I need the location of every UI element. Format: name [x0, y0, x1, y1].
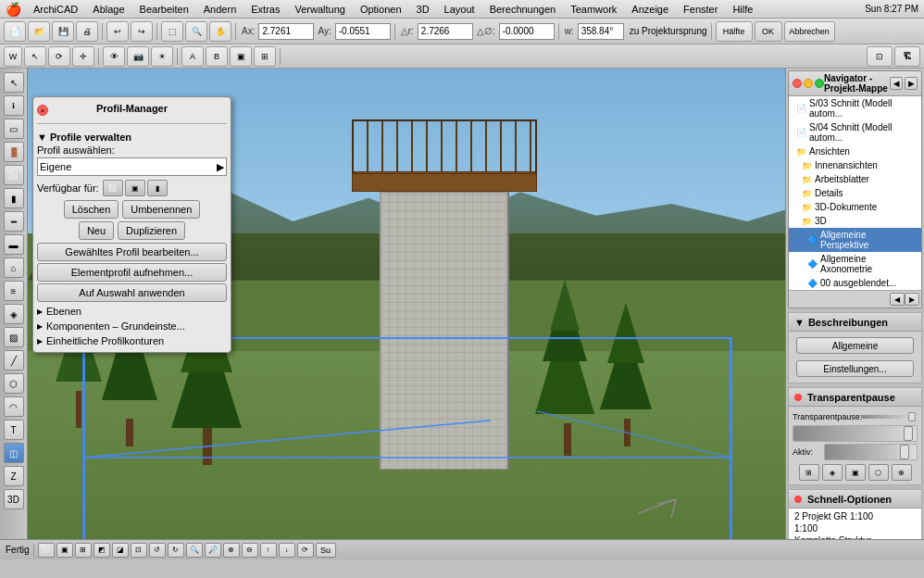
lt-line[interactable]: ╱	[4, 350, 24, 371]
tb2-move[interactable]: ✛	[72, 46, 94, 67]
w-field[interactable]: 358.84°	[578, 23, 624, 40]
nav-item-0[interactable]: 📄 S/03 Schnitt (Modell autom...	[789, 96, 921, 120]
tb2-eye[interactable]: 👁	[103, 46, 125, 67]
beschreibungen-header[interactable]: ▼ Beschreibungen	[789, 313, 921, 332]
bb-5[interactable]: ◪	[112, 543, 129, 558]
schnell-optionen-header[interactable]: Schnell-Optionen	[789, 490, 921, 509]
element-profile-btn[interactable]: Elementprofil aufnehmen...	[37, 263, 227, 282]
nav-item-innen[interactable]: 📁 Innenansichten	[789, 158, 921, 172]
bb-8[interactable]: ↻	[168, 543, 184, 558]
tb-zoom[interactable]: 🔍	[185, 21, 207, 42]
menu-berechnungen[interactable]: Berechnungen	[483, 2, 563, 17]
nav-item-arbeit[interactable]: 📁 Arbeitsblatter	[789, 172, 921, 186]
ax-field[interactable]: 2.7261	[258, 23, 314, 40]
lt-slab[interactable]: ▬	[4, 234, 24, 255]
tb-undo[interactable]: ↩	[106, 21, 129, 42]
lt-beam[interactable]: ━	[4, 211, 24, 232]
duplicate-btn[interactable]: Duplizieren	[118, 221, 185, 240]
nav-item-details[interactable]: 📁 Details	[789, 186, 921, 200]
menu-layout[interactable]: Layout	[438, 2, 481, 17]
icon-section[interactable]: ▣	[125, 180, 145, 196]
tb-print[interactable]: 🖨	[76, 21, 98, 42]
bb-4[interactable]: ◩	[94, 543, 110, 558]
tb2-d[interactable]: ⊞	[254, 46, 276, 67]
nav-prev[interactable]: ◀	[890, 77, 903, 90]
lt-text[interactable]: T	[4, 420, 24, 440]
tb-redo[interactable]: ↪	[131, 21, 153, 42]
tb2-a[interactable]: A	[181, 46, 204, 67]
nav-item-1[interactable]: 📄 S/04 Schnitt (Modell autom...	[789, 120, 921, 144]
edit-profile-btn[interactable]: Gewähltes Profil bearbeiten...	[37, 243, 227, 261]
menu-anzeige[interactable]: Anzeige	[625, 2, 675, 17]
lt-arc[interactable]: ◠	[4, 396, 24, 417]
bb-13[interactable]: ↑	[260, 543, 277, 558]
bb-10[interactable]: 🔎	[205, 543, 221, 558]
apple-menu[interactable]: 🍎	[6, 2, 21, 17]
menu-fenster[interactable]: Fenster	[677, 2, 724, 17]
tp-slider-2[interactable]	[793, 425, 918, 442]
lt-column[interactable]: ▮	[4, 188, 24, 208]
menu-ablage[interactable]: Ablage	[86, 2, 131, 17]
menu-hilfe[interactable]: Hilfe	[726, 2, 759, 17]
einheitliche-row[interactable]: ▶ Einheitliche Profilkonturen	[37, 333, 227, 348]
lt-zone[interactable]: Z	[4, 466, 24, 486]
dphi-field[interactable]: -0.0000	[499, 23, 555, 40]
profile-select[interactable]: Eigene ▶	[37, 157, 227, 176]
tp-icon-1[interactable]: ⊞	[799, 464, 819, 481]
nav-item-axono[interactable]: 🔷 Allgemeine Axonometrie	[789, 252, 921, 276]
lt-3d[interactable]: 3D	[4, 489, 24, 509]
nav-next[interactable]: ▶	[905, 77, 918, 90]
allgemeine-btn[interactable]: Allgemeine	[796, 337, 914, 354]
nav-item-3ddok[interactable]: 📁 3D-Dokumente	[789, 200, 921, 214]
tp-icon-3[interactable]: ▣	[845, 464, 866, 481]
tb2-layers[interactable]: ⊡	[867, 46, 893, 67]
tb-select[interactable]: ⬚	[161, 21, 183, 42]
icon-elev[interactable]: ▮	[147, 180, 168, 196]
tb2-cam[interactable]: 📷	[127, 46, 149, 67]
menu-archicad[interactable]: ArchiCAD	[27, 2, 84, 17]
new-btn[interactable]: Neu	[79, 221, 114, 240]
tp-icon-4[interactable]: ⬡	[868, 464, 889, 481]
bb-3[interactable]: ⊞	[75, 543, 92, 558]
tb-open[interactable]: 📂	[28, 21, 50, 42]
nav-scroll-left[interactable]: ◀	[890, 293, 905, 306]
nav-scroll-right[interactable]: ▶	[905, 293, 919, 306]
lt-poly[interactable]: ⬡	[4, 373, 24, 394]
bb-15[interactable]: ⟳	[297, 543, 314, 558]
tb2-c[interactable]: ▣	[230, 46, 252, 67]
abbrechen-btn[interactable]: Abbrechen	[784, 21, 835, 42]
so-item-1[interactable]: 1:100	[791, 522, 919, 534]
transparentpause-header[interactable]: Transparentpause	[789, 388, 921, 407]
menu-teamwork[interactable]: Teamwork	[564, 2, 623, 17]
tb2-b[interactable]: B	[206, 46, 228, 67]
bb-2[interactable]: ▣	[56, 543, 73, 558]
rename-btn[interactable]: Umbenennen	[122, 200, 200, 219]
panel-close-btn[interactable]: ×	[37, 105, 48, 116]
nav-item-00[interactable]: 🔷 00 ausgeblendet...	[789, 276, 921, 290]
bb-1[interactable]: ⬜	[38, 543, 55, 558]
tb2-cursor[interactable]: ↖	[24, 46, 46, 67]
delete-btn[interactable]: Löschen	[64, 200, 119, 219]
win-close-btn[interactable]	[793, 79, 802, 88]
menu-andern[interactable]: Andern	[197, 2, 243, 17]
apply-selection-btn[interactable]: Auf Auswahl anwenden	[37, 283, 227, 302]
tb2-rot[interactable]: ⟳	[48, 46, 70, 67]
menu-optionen[interactable]: Optionen	[354, 2, 408, 17]
win-min-btn[interactable]	[804, 79, 813, 88]
win-max-btn[interactable]	[815, 79, 824, 88]
ok-btn[interactable]: OK	[755, 21, 782, 42]
lt-roof[interactable]: ⌂	[4, 258, 24, 278]
aktiv-slider[interactable]	[824, 444, 918, 460]
ebenen-row[interactable]: ▶ Ebenen	[37, 304, 227, 319]
nav-item-perspektive[interactable]: 🔷 Allgemeine Perspektive	[789, 228, 921, 252]
menu-3d[interactable]: 3D	[410, 2, 436, 17]
tb2-sun[interactable]: ☀	[151, 46, 173, 67]
so-item-2[interactable]: Komplette Struktur	[791, 534, 919, 539]
menu-bearbeiten[interactable]: Bearbeiten	[133, 2, 195, 17]
so-item-0[interactable]: 2 Projekt GR 1:100	[791, 510, 919, 522]
tp-icon-5[interactable]: ⊕	[892, 464, 912, 481]
lt-info[interactable]: ℹ	[4, 95, 24, 116]
tb2-struct[interactable]: 🏗	[894, 46, 920, 67]
tb-halfte[interactable]: Hälfte	[716, 21, 753, 42]
komponenten-row[interactable]: ▶ Komponenten – Grundeinste...	[37, 319, 227, 333]
